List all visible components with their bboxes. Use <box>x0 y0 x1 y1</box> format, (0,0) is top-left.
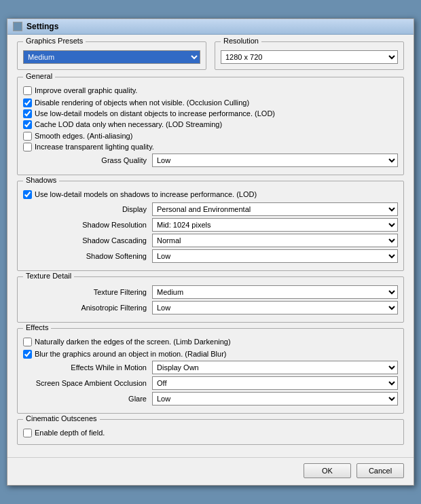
shadow-cascading-select-wrapper: Off Low Normal High <box>152 234 398 247</box>
window-icon <box>13 22 22 31</box>
display-row: Display Off Personal Only Personal and E… <box>23 202 398 216</box>
effects-group: Effects Naturally darken the edges of th… <box>17 328 404 414</box>
shadow-resolution-select[interactable]: Low: 256 pixels Mid: 1024 pixels High: 2… <box>152 218 398 232</box>
texture-filtering-row: Texture Filtering Low Medium High <box>23 285 398 299</box>
anisotropic-filtering-row: Anisotropic Filtering Off Low Medium Hig… <box>23 301 398 314</box>
cinematic-label: Cinematic Outscenes <box>23 414 100 422</box>
cinematic-cb1-row: Enable depth of field. <box>23 428 398 437</box>
cancel-button[interactable]: Cancel <box>356 463 404 478</box>
general-cb6-label: Increase transparent lighting quality. <box>35 142 154 151</box>
shadows-label: Shadows <box>23 176 59 184</box>
anisotropic-filtering-select[interactable]: Off Low Medium High <box>152 301 398 314</box>
texture-filtering-select[interactable]: Low Medium High <box>152 285 398 299</box>
general-cb4-label: Cache LOD data only when necessary. (LOD… <box>35 120 222 129</box>
general-label: General <box>23 72 55 80</box>
shadows-group: Shadows Use low-detail models on shadows… <box>17 181 404 270</box>
glare-row: Glare Off Low Medium High <box>23 392 398 406</box>
shadow-cascading-label: Shadow Cascading <box>23 236 152 245</box>
grass-quality-row: Grass Quality Off Low Medium High <box>23 154 398 167</box>
effects-in-motion-label: Effects While in Motion <box>23 363 152 372</box>
effects-cb1-label: Naturally darken the edges of the screen… <box>35 337 231 346</box>
general-cb2[interactable] <box>23 98 32 107</box>
display-select-wrapper: Off Personal Only Personal and Environme… <box>152 202 398 216</box>
ok-button[interactable]: OK <box>304 463 351 478</box>
anisotropic-filtering-select-wrapper: Off Low Medium High <box>152 301 398 314</box>
general-cb2-row: Disable rendering of objects when not vi… <box>23 98 398 107</box>
ssao-select-wrapper: Off Low Medium High <box>152 376 398 390</box>
shadow-cascading-select[interactable]: Off Low Normal High <box>152 234 398 247</box>
graphics-presets-group: Graphics Presets Medium Low High Very Hi… <box>17 41 206 70</box>
general-cb1[interactable] <box>23 86 32 95</box>
presets-label: Graphics Presets <box>23 37 86 45</box>
general-cb4-row: Cache LOD data only when necessary. (LOD… <box>23 120 398 129</box>
general-cb2-label: Disable rendering of objects when not vi… <box>35 98 249 107</box>
general-group: General Improve overall graphic quality.… <box>17 77 404 176</box>
shadow-cascading-row: Shadow Cascading Off Low Normal High <box>23 234 398 247</box>
texture-filtering-label: Texture Filtering <box>23 288 152 296</box>
ssao-select[interactable]: Off Low Medium High <box>152 376 398 390</box>
cinematic-cb1[interactable] <box>23 429 32 437</box>
general-cb5[interactable] <box>23 132 32 141</box>
display-label: Display <box>23 205 152 213</box>
general-cb1-row: Improve overall graphic quality. <box>23 86 398 95</box>
resolution-label: Resolution <box>221 37 261 45</box>
shadows-lod-label: Use low-detail models on shadows to incr… <box>35 190 257 199</box>
anisotropic-filtering-label: Anisotropic Filtering <box>23 304 152 312</box>
shadow-resolution-label: Shadow Resolution <box>23 221 152 229</box>
cinematic-group: Cinematic Outscenes Enable depth of fiel… <box>17 419 404 445</box>
bottom-buttons: OK Cancel <box>7 457 414 485</box>
grass-quality-label: Grass Quality <box>23 156 152 164</box>
shadow-softening-select-wrapper: Off Low Medium High <box>152 249 398 263</box>
general-cb6[interactable] <box>23 143 32 151</box>
general-cb5-label: Smooth edges. (Anti-aliasing) <box>35 131 132 141</box>
ssao-row: Screen Space Ambient Occlusion Off Low M… <box>23 376 398 390</box>
glare-select[interactable]: Off Low Medium High <box>152 392 398 406</box>
grass-quality-select-wrapper: Off Low Medium High <box>152 154 398 167</box>
general-cb6-row: Increase transparent lighting quality. <box>23 142 398 151</box>
general-cb3[interactable] <box>23 109 32 118</box>
shadows-lod-check[interactable] <box>23 190 32 199</box>
resolution-group: Resolution 800 x 600 1024 x 768 1280 x 7… <box>215 41 404 70</box>
general-cb3-label: Use low-detail models on distant objects… <box>35 109 275 118</box>
effects-label: Effects <box>23 323 51 331</box>
effects-cb1[interactable] <box>23 338 32 346</box>
shadow-resolution-row: Shadow Resolution Low: 256 pixels Mid: 1… <box>23 218 398 232</box>
effects-cb2-row: Blur the graphics around an object in mo… <box>23 349 398 359</box>
general-cb3-row: Use low-detail models on distant objects… <box>23 109 398 118</box>
effects-in-motion-select-wrapper: Off Display Own Display All <box>152 361 398 374</box>
display-select[interactable]: Off Personal Only Personal and Environme… <box>152 202 398 216</box>
glare-select-wrapper: Off Low Medium High <box>152 392 398 406</box>
graphics-presets-select[interactable]: Medium Low High Very High <box>23 50 200 64</box>
effects-in-motion-select[interactable]: Off Display Own Display All <box>152 361 398 374</box>
cinematic-cb1-label: Enable depth of field. <box>35 428 105 437</box>
grass-quality-select[interactable]: Off Low Medium High <box>152 154 398 167</box>
shadow-resolution-select-wrapper: Low: 256 pixels Mid: 1024 pixels High: 2… <box>152 218 398 232</box>
title-bar: Settings <box>7 19 414 35</box>
ssao-label: Screen Space Ambient Occlusion <box>23 379 152 387</box>
texture-filtering-select-wrapper: Low Medium High <box>152 285 398 299</box>
general-cb1-label: Improve overall graphic quality. <box>35 86 137 95</box>
effects-cb2-label: Blur the graphics around an object in mo… <box>35 349 226 359</box>
shadows-lod-row: Use low-detail models on shadows to incr… <box>23 190 398 199</box>
effects-cb1-row: Naturally darken the edges of the screen… <box>23 337 398 346</box>
general-cb5-row: Smooth edges. (Anti-aliasing) <box>23 131 398 141</box>
texture-detail-group: Texture Detail Texture Filtering Low Med… <box>17 276 404 323</box>
effects-in-motion-row: Effects While in Motion Off Display Own … <box>23 361 398 374</box>
settings-window: Settings Graphics Presets Medium Low Hig… <box>7 18 414 486</box>
effects-cb2[interactable] <box>23 350 32 359</box>
window-title: Settings <box>26 22 58 31</box>
shadow-softening-row: Shadow Softening Off Low Medium High <box>23 249 398 263</box>
texture-detail-label: Texture Detail <box>23 272 74 280</box>
shadow-softening-select[interactable]: Off Low Medium High <box>152 249 398 263</box>
shadow-softening-label: Shadow Softening <box>23 252 152 260</box>
resolution-select[interactable]: 800 x 600 1024 x 768 1280 x 720 1920 x 1… <box>221 50 398 64</box>
glare-label: Glare <box>23 395 152 403</box>
general-cb4[interactable] <box>23 120 32 129</box>
